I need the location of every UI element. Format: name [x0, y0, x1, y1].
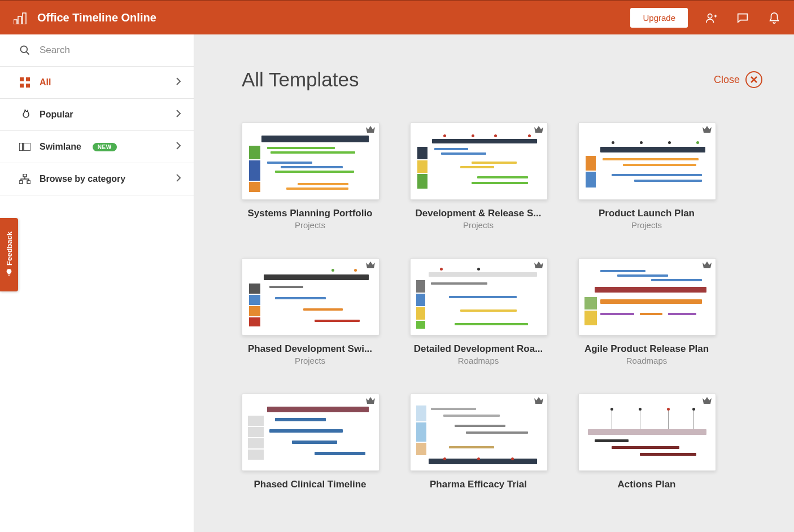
search-input[interactable] — [38, 44, 185, 56]
add-user-icon[interactable] — [705, 12, 717, 24]
template-thumbnail — [578, 258, 716, 335]
sidebar: All Popular Swimlane NEW — [0, 34, 194, 532]
template-title: Pharma Efficacy Trial — [410, 479, 547, 490]
chat-icon[interactable] — [736, 12, 749, 24]
chevron-right-icon — [176, 109, 181, 120]
template-card[interactable]: Phased Clinical Timeline — [242, 394, 378, 491]
template-thumbnail — [578, 394, 716, 471]
svg-rect-8 — [26, 84, 30, 88]
sidebar-item-label: All — [40, 77, 167, 88]
template-category: Projects — [410, 220, 547, 230]
template-thumbnail — [242, 394, 379, 471]
svg-rect-1 — [18, 16, 21, 24]
template-thumbnail — [410, 394, 548, 471]
template-thumbnail — [410, 123, 548, 200]
template-card[interactable]: Product Launch Plan Projects — [578, 123, 715, 230]
template-title: Phased Clinical Timeline — [242, 479, 378, 490]
template-card[interactable]: Systems Planning Portfolio Projects — [242, 123, 378, 230]
swimlane-icon — [19, 143, 30, 151]
svg-rect-11 — [23, 174, 27, 177]
flame-icon — [19, 109, 30, 120]
feedback-label: Feedback — [5, 232, 14, 265]
crown-icon — [702, 261, 712, 271]
sidebar-item-all[interactable]: All — [0, 67, 194, 99]
svg-rect-9 — [19, 143, 23, 151]
close-icon — [745, 71, 762, 88]
grid-icon — [19, 77, 30, 88]
lightbulb-icon — [5, 268, 13, 278]
svg-rect-13 — [27, 181, 30, 184]
crown-icon — [365, 396, 376, 407]
template-title: Product Launch Plan — [578, 208, 715, 219]
template-title: Actions Plan — [578, 479, 715, 490]
template-thumbnail — [578, 123, 716, 200]
chevron-right-icon — [176, 141, 181, 152]
template-category: Roadmaps — [410, 356, 547, 365]
feedback-tab[interactable]: Feedback — [0, 218, 18, 291]
template-card[interactable]: Detailed Development Roa... Roadmaps — [410, 258, 547, 365]
bell-icon[interactable] — [768, 12, 780, 24]
svg-rect-14 — [8, 275, 10, 276]
svg-rect-0 — [14, 20, 17, 24]
crown-icon — [365, 125, 376, 136]
sidebar-item-browse[interactable]: Browse by category — [0, 163, 194, 195]
close-label: Close — [714, 74, 740, 86]
svg-rect-10 — [24, 143, 30, 151]
template-card[interactable]: Agile Product Release Plan Roadmaps — [578, 258, 715, 365]
svg-rect-2 — [23, 13, 26, 24]
search-icon — [19, 45, 30, 56]
svg-rect-12 — [19, 181, 23, 184]
sidebar-item-label: Browse by category — [40, 174, 167, 184]
header-icon-group — [705, 12, 780, 24]
template-thumbnail — [242, 123, 379, 200]
app-logo-icon — [14, 12, 28, 24]
template-card[interactable]: Actions Plan — [578, 394, 715, 491]
sidebar-item-label: Popular — [40, 110, 167, 120]
svg-point-4 — [21, 46, 28, 53]
app-header: Office Timeline Online Upgrade — [0, 0, 794, 34]
template-title: Detailed Development Roa... — [410, 343, 547, 355]
logo-block[interactable]: Office Timeline Online — [14, 11, 156, 24]
crown-icon — [534, 125, 544, 136]
crown-icon — [534, 396, 544, 407]
template-card[interactable]: Development & Release S... Projects — [410, 123, 547, 230]
template-title: Systems Planning Portfolio — [242, 208, 378, 219]
upgrade-button[interactable]: Upgrade — [630, 8, 688, 28]
page-title: All Templates — [242, 68, 714, 91]
hierarchy-icon — [19, 174, 30, 184]
template-category: Projects — [578, 220, 715, 230]
crown-icon — [534, 261, 544, 271]
close-button[interactable]: Close — [714, 71, 762, 88]
template-title: Phased Development Swi... — [242, 343, 378, 355]
template-grid: Systems Planning Portfolio Projects — [242, 123, 762, 491]
new-badge: NEW — [93, 143, 117, 151]
svg-rect-5 — [20, 77, 24, 81]
sidebar-item-popular[interactable]: Popular — [0, 99, 194, 131]
crown-icon — [702, 125, 712, 136]
main-content: All Templates Close — [194, 34, 794, 532]
template-title: Development & Release S... — [410, 208, 547, 219]
template-category: Projects — [242, 356, 378, 365]
template-card[interactable]: Pharma Efficacy Trial — [410, 394, 547, 491]
chevron-right-icon — [176, 77, 181, 88]
template-thumbnail — [410, 258, 548, 335]
svg-point-3 — [708, 14, 712, 18]
svg-rect-7 — [20, 84, 24, 88]
chevron-right-icon — [176, 173, 181, 185]
template-title: Agile Product Release Plan — [578, 343, 715, 355]
template-card[interactable]: Phased Development Swi... Projects — [242, 258, 378, 365]
crown-icon — [365, 261, 376, 271]
crown-icon — [702, 396, 712, 407]
app-title: Office Timeline Online — [37, 11, 156, 24]
sidebar-search[interactable] — [0, 34, 194, 67]
template-thumbnail — [242, 258, 379, 335]
template-category: Roadmaps — [578, 356, 715, 365]
svg-rect-6 — [26, 77, 30, 81]
sidebar-item-swimlane[interactable]: Swimlane NEW — [0, 131, 194, 163]
sidebar-item-label: Swimlane — [40, 142, 81, 152]
template-category: Projects — [242, 220, 378, 230]
